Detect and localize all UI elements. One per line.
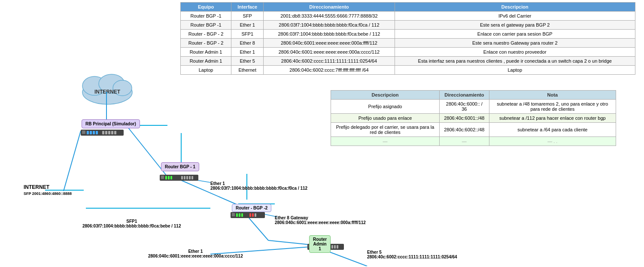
svg-line-67 <box>64 131 81 191</box>
table-row: Prefijo usado para enlace 2806:40c:6001:… <box>331 114 616 123</box>
col-header-equipo: Equipo <box>181 3 231 12</box>
svg-rect-36 <box>232 213 235 216</box>
svg-rect-42 <box>255 213 256 217</box>
ether8-label: Ether 8 Gateway 2806:040c:6001:eeee:eeee… <box>275 215 366 225</box>
svg-rect-32 <box>186 176 188 179</box>
svg-rect-33 <box>189 176 191 179</box>
equipo-cell: Router - BGP - 2 <box>181 39 231 48</box>
svg-rect-34 <box>191 176 193 179</box>
desc-cell: Enlace con nuestro proveedor <box>395 48 635 57</box>
addr-cell: 2806:040c:6001:eeee:eeee:eeee:000a:ffff/… <box>264 39 395 48</box>
interface-cell: Ether 1 <box>231 48 264 57</box>
desc-cell: Este sera el gateway para BGP 2 <box>395 21 635 30</box>
svg-rect-21 <box>105 131 107 134</box>
svg-rect-40 <box>249 213 251 217</box>
col2-header-addr: Direccionamiento <box>440 91 489 100</box>
svg-line-61 <box>249 218 268 240</box>
svg-rect-28 <box>168 176 170 179</box>
svg-rect-31 <box>184 176 185 179</box>
svg-rect-30 <box>181 176 183 179</box>
ether1-admin-label: Ether 1 2806:040c:6001:eeee:eeee:eeee:00… <box>148 249 243 258</box>
svg-rect-18 <box>93 131 95 134</box>
svg-rect-24 <box>114 131 116 134</box>
svg-rect-35 <box>231 212 265 218</box>
svg-rect-39 <box>241 213 243 217</box>
addr-cell: 2806:040c:6001:eeee:eeee:eeee:000a:cccc/… <box>264 48 395 57</box>
nota2-cell: subnetear a /48 tomaremos 2, uno para en… <box>489 100 616 114</box>
svg-rect-41 <box>252 213 254 217</box>
svg-text:INTERNET: INTERNET <box>94 89 121 95</box>
table-row: Prefijo asignado 2806:40c:6000:: / 36 su… <box>331 100 616 114</box>
interface-cell: Ether 1 <box>231 21 264 30</box>
sfp1-label: SFP1 2806:03f7:1004:bbbb:bbbb:bbbb:f0ca:… <box>82 219 181 228</box>
svg-rect-38 <box>239 213 240 217</box>
addr-cell: 2806:03f7:1004:bbbb:bbbb:bbbb:f0ca:bebe … <box>264 30 395 39</box>
addr-cell: 2001:db8:3333:4444:5555:6666:7777:8888/3… <box>264 12 395 21</box>
addr2-cell: 2806:40c:6002::/48 <box>440 123 489 137</box>
desc-cell: Este sera nuestro Gateway para router 2 <box>395 39 635 48</box>
svg-rect-19 <box>96 131 98 134</box>
desc-cell: Enlace con carrier para sesion BGP <box>395 30 635 39</box>
desc2-cell: Prefijo delegado por el carrier, se usar… <box>331 123 440 137</box>
network-diagram: INTERNET RB Principal (Simulador) Router… <box>0 56 326 266</box>
desc-cell: Laptop <box>395 66 635 75</box>
svg-rect-26 <box>161 176 164 179</box>
col-header-direccionamiento: Direccionamiento <box>264 3 395 12</box>
addr2-cell: — <box>440 137 489 146</box>
router-bgp1-box: Router BGP - 1 <box>161 162 199 171</box>
svg-rect-16 <box>87 131 89 134</box>
addr2-cell: 2806:40c:6001::/48 <box>440 114 489 123</box>
ether1-bgp1-label: Ether 1 2806:03f7:1004:bbbb:bbbb:bbbb:f0… <box>210 181 307 191</box>
rb-principal-box: RB Principal (Simulador) <box>82 119 140 128</box>
interface-cell: SFP <box>231 12 264 21</box>
nota2-cell: subnetear a /64 para cada cliente <box>489 123 616 137</box>
svg-rect-37 <box>236 213 238 217</box>
nota2-cell: subnetear a /112 para hacer enlace con r… <box>489 114 616 123</box>
addr2-cell: 2806:40c:6000:: / 36 <box>440 100 489 114</box>
nota2-cell: — . . <box>489 137 616 146</box>
svg-rect-15 <box>82 130 85 134</box>
svg-rect-51 <box>337 245 338 249</box>
table-row: Router - BGP - 2 Ether 8 2806:040c:6001:… <box>181 39 635 48</box>
svg-line-64 <box>325 250 367 266</box>
equipo-cell: Router BGP -1 <box>181 12 231 21</box>
diagram-lines <box>0 56 429 266</box>
desc2-cell: Prefijo asignado <box>331 100 440 114</box>
second-table: Descripcion Direccionamiento Nota Prefij… <box>331 90 616 146</box>
connections-svg <box>0 56 326 266</box>
table-row: Router Admin 1 Ether 1 2806:040c:6001:ee… <box>181 48 635 57</box>
internet-sfp-label: INTERNET SFP 2001:4860:4860::8888 <box>24 184 72 196</box>
equipo-cell: Router BGP -1 <box>181 21 231 30</box>
table-row: Router BGP -1 SFP 2001:db8:3333:4444:555… <box>181 12 635 21</box>
svg-rect-50 <box>334 245 336 249</box>
interface-cell: Ether 8 <box>231 39 264 48</box>
table-row: — — — . . <box>331 137 616 146</box>
svg-line-62 <box>268 240 310 245</box>
svg-rect-22 <box>108 131 110 134</box>
rb-principal-router-icon <box>81 129 124 137</box>
svg-rect-29 <box>170 176 172 179</box>
addr-cell: 2806:03f7:1004:bbbb:bbbb:bbbb:f0ca:f0ca … <box>264 21 395 30</box>
col-header-descripcion: Descripcion <box>395 3 635 12</box>
router-admin1-box: Router Admin 1 <box>309 235 331 253</box>
router-bgp1-icon <box>160 174 198 182</box>
ether5-label: Ether 5 2806:40c:6002:cccc:1111:1111:111… <box>367 250 457 259</box>
desc2-cell: — <box>331 137 440 146</box>
equipo-cell: Router - BGP - 2 <box>181 30 231 39</box>
col-header-interface: Interface <box>231 3 264 12</box>
internet-cloud: INTERNET <box>79 69 135 106</box>
col2-header-nota: Nota <box>489 91 616 100</box>
col2-header-desc: Descripcion <box>331 91 440 100</box>
equipo-cell: Router Admin 1 <box>181 48 231 57</box>
svg-rect-27 <box>165 176 167 179</box>
desc-cell desc-wide: Esta interfaz sera para nuestros cliente… <box>395 57 635 66</box>
table-row: Prefijo delegado por el carrier, se usar… <box>331 123 616 137</box>
table-row: Router BGP -1 Ether 1 2806:03f7:1004:bbb… <box>181 21 635 30</box>
interface-cell: SFP1 <box>231 30 264 39</box>
router-bgp2-icon <box>231 211 265 220</box>
svg-rect-20 <box>102 131 104 134</box>
svg-rect-49 <box>331 245 333 249</box>
svg-line-58 <box>197 180 210 182</box>
svg-rect-23 <box>111 131 113 134</box>
svg-rect-17 <box>90 131 92 134</box>
